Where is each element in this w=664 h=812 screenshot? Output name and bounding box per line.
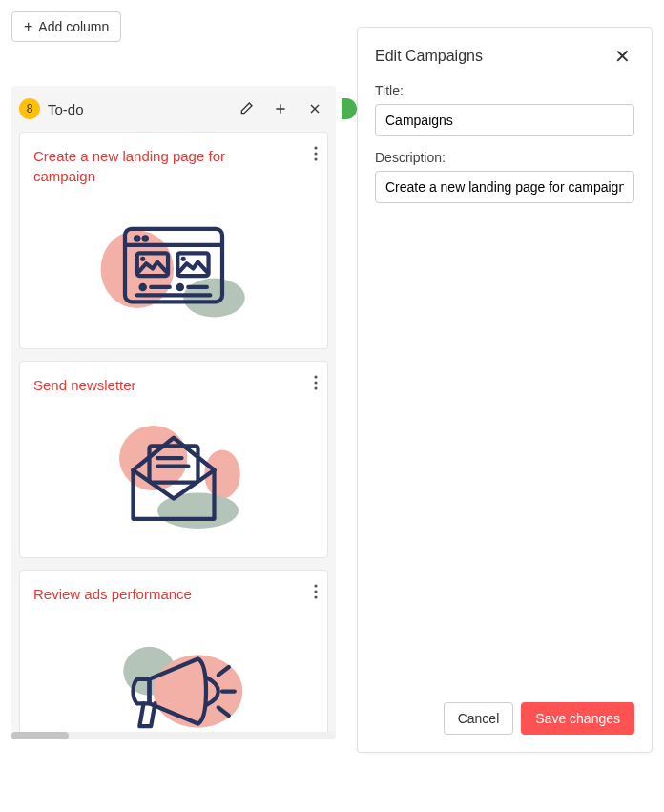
svg-point-10 bbox=[140, 257, 145, 261]
scrollbar-thumb[interactable] bbox=[11, 732, 69, 739]
horizontal-scrollbar[interactable] bbox=[11, 732, 336, 739]
svg-point-0 bbox=[314, 146, 317, 149]
save-button[interactable]: Save changes bbox=[521, 702, 634, 735]
svg-point-19 bbox=[314, 381, 317, 384]
svg-point-7 bbox=[144, 237, 147, 239]
card-menu-icon[interactable] bbox=[314, 375, 318, 394]
svg-point-2 bbox=[314, 157, 317, 160]
svg-point-12 bbox=[181, 257, 186, 261]
column-todo: 8 To-do Create a new landing page for ca… bbox=[11, 86, 336, 736]
delete-column-icon[interactable] bbox=[301, 95, 328, 122]
column-header: 8 To-do bbox=[11, 86, 336, 132]
card-illustration bbox=[33, 614, 314, 736]
close-icon[interactable]: ✕ bbox=[611, 45, 634, 68]
svg-point-15 bbox=[176, 283, 185, 292]
svg-point-29 bbox=[314, 595, 317, 598]
edit-panel: Edit Campaigns ✕ Title: Description: Can… bbox=[357, 27, 653, 753]
card-title: Review ads performance bbox=[33, 584, 314, 604]
card-menu-icon[interactable] bbox=[314, 146, 318, 165]
add-column-label: Add column bbox=[38, 19, 109, 34]
description-field: Description: bbox=[375, 150, 634, 203]
cancel-button[interactable]: Cancel bbox=[444, 702, 514, 735]
svg-point-1 bbox=[314, 152, 317, 155]
edit-column-icon[interactable] bbox=[233, 95, 259, 122]
svg-point-28 bbox=[314, 590, 317, 593]
panel-footer: Cancel Save changes bbox=[375, 702, 634, 735]
svg-rect-11 bbox=[177, 253, 208, 276]
card-illustration bbox=[33, 196, 314, 335]
svg-point-4 bbox=[183, 279, 245, 318]
title-field: Title: bbox=[375, 83, 634, 136]
column-count-badge: 8 bbox=[19, 98, 40, 119]
svg-point-27 bbox=[314, 584, 317, 587]
card-title: Create a new landing page for campaign bbox=[33, 146, 314, 186]
card-menu-icon[interactable] bbox=[314, 584, 318, 603]
svg-point-20 bbox=[314, 386, 317, 389]
card-item[interactable]: Review ads performance bbox=[19, 570, 328, 736]
card-title: Send newsletter bbox=[33, 375, 314, 395]
next-column-peek bbox=[342, 98, 357, 119]
svg-point-13 bbox=[138, 283, 147, 292]
kanban-board: 8 To-do Create a new landing page for ca… bbox=[11, 86, 336, 736]
add-column-button[interactable]: + Add column bbox=[11, 11, 121, 42]
svg-point-23 bbox=[157, 493, 239, 529]
panel-title: Edit Campaigns bbox=[375, 48, 483, 65]
svg-point-18 bbox=[314, 375, 317, 378]
card-illustration bbox=[33, 405, 314, 544]
cards-scroll[interactable]: Create a new landing page for campaign bbox=[11, 132, 336, 736]
title-label: Title: bbox=[375, 83, 634, 98]
panel-header: Edit Campaigns ✕ bbox=[375, 45, 634, 68]
description-label: Description: bbox=[375, 150, 634, 165]
description-input[interactable] bbox=[375, 171, 634, 203]
card-item[interactable]: Create a new landing page for campaign bbox=[19, 132, 328, 349]
title-input[interactable] bbox=[375, 104, 634, 136]
column-title: To-do bbox=[48, 101, 225, 117]
add-card-icon[interactable] bbox=[267, 95, 294, 122]
plus-icon: + bbox=[24, 19, 32, 34]
svg-point-6 bbox=[135, 237, 138, 239]
card-item[interactable]: Send newsletter bbox=[19, 361, 328, 558]
